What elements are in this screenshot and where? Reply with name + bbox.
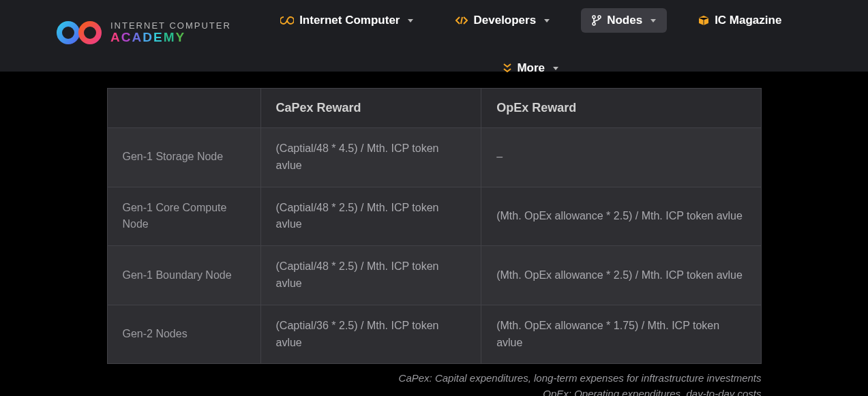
nav-label: More	[517, 61, 545, 75]
svg-point-3	[593, 16, 595, 18]
table-row: Gen-2 Nodes (Captial/36 * 2.5) / Mth. IC…	[107, 305, 761, 364]
row-opex: (Mth. OpEx allowance * 2.5) / Mth. ICP t…	[481, 187, 761, 246]
row-opex: (Mth. OpEx allowance * 1.75) / Mth. ICP …	[481, 305, 761, 364]
nav-item-internet-computer[interactable]: Internet Computer	[269, 8, 424, 33]
row-name: Gen-1 Core Compute Node	[107, 187, 260, 246]
content-area: CaPex Reward OpEx Reward Gen-1 Storage N…	[0, 72, 868, 396]
row-name: Gen-1 Storage Node	[107, 128, 260, 187]
chevron-down-icon	[408, 19, 413, 22]
main-nav: Internet Computer Developers Nodes IC Ma…	[252, 0, 811, 80]
row-capex: (Captial/48 * 2.5) / Mth. ICP token avlu…	[260, 187, 481, 246]
chevron-down-icon	[553, 67, 558, 70]
svg-point-1	[81, 24, 99, 42]
branch-icon	[592, 15, 601, 26]
rewards-table: CaPex Reward OpEx Reward Gen-1 Storage N…	[107, 88, 762, 364]
table-row: Gen-1 Storage Node (Captial/48 * 4.5) / …	[107, 128, 761, 187]
double-chevron-down-icon	[503, 63, 511, 73]
nav-item-developers[interactable]: Developers	[445, 8, 560, 33]
col-header-capex: CaPex Reward	[260, 89, 481, 128]
logo-top-line: INTERNET COMPUTER	[110, 21, 231, 31]
logo-bottom-line: ACADEMY	[110, 31, 231, 44]
nav-item-more[interactable]: More	[483, 56, 579, 80]
svg-point-5	[593, 22, 595, 25]
logo-text: INTERNET COMPUTER ACADEMY	[110, 21, 231, 44]
row-name: Gen-2 Nodes	[107, 305, 260, 364]
infinity-logo-icon	[55, 20, 104, 45]
nav-label: IC Magazine	[715, 14, 781, 27]
svg-point-0	[59, 24, 77, 42]
row-capex: (Captial/36 * 2.5) / Mth. ICP token avlu…	[260, 305, 481, 364]
nav-item-ic-magazine[interactable]: IC Magazine	[687, 8, 792, 33]
table-footnotes: CaPex: Capital expenditures, long-term e…	[107, 371, 762, 396]
nav-label: Internet Computer	[299, 14, 400, 27]
table-row: Gen-1 Core Compute Node (Captial/48 * 2.…	[107, 187, 761, 246]
box-icon	[698, 15, 709, 26]
site-logo[interactable]: INTERNET COMPUTER ACADEMY	[55, 20, 231, 45]
infinity-icon	[280, 16, 294, 25]
footnote-opex: OpEx: Operating expenditures, day-to-day…	[107, 386, 762, 396]
chevron-down-icon	[650, 19, 656, 22]
row-opex: –	[481, 128, 761, 187]
col-header-opex: OpEx Reward	[481, 89, 761, 128]
table-header-row: CaPex Reward OpEx Reward	[107, 89, 761, 128]
row-capex: (Captial/48 * 2.5) / Mth. ICP token avlu…	[260, 246, 481, 305]
row-capex: (Captial/48 * 4.5) / Mth. ICP token avlu…	[260, 128, 481, 187]
col-header-empty	[107, 89, 260, 128]
row-opex: (Mth. OpEx allowance * 2.5) / Mth. ICP t…	[481, 246, 761, 305]
svg-line-2	[461, 17, 462, 24]
row-name: Gen-1 Boundary Node	[107, 246, 260, 305]
footnote-capex: CaPex: Capital expenditures, long-term e…	[107, 371, 762, 386]
chevron-down-icon	[544, 19, 550, 22]
nav-label: Nodes	[607, 14, 642, 27]
table-row: Gen-1 Boundary Node (Captial/48 * 2.5) /…	[107, 246, 761, 305]
nav-label: Developers	[473, 14, 536, 27]
code-icon	[455, 16, 468, 25]
top-nav-bar: INTERNET COMPUTER ACADEMY Internet Compu…	[0, 0, 868, 72]
nav-item-nodes[interactable]: Nodes	[581, 8, 667, 33]
svg-point-4	[598, 16, 601, 18]
